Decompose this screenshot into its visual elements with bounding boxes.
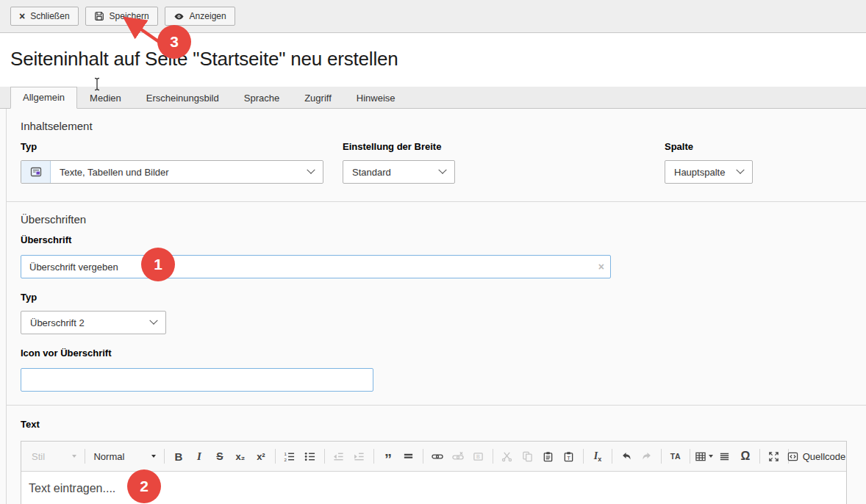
redo-icon (641, 451, 653, 462)
rte-toolbar: Stil Normal B I S x₂ x² 12 (21, 442, 846, 472)
icon-vor-ueberschrift-input[interactable] (21, 368, 373, 392)
redo-button[interactable] (638, 447, 656, 465)
maximize-button[interactable] (765, 447, 783, 465)
section-heading-inhaltselement: Inhaltselement (21, 119, 848, 134)
subscript-button[interactable]: x₂ (232, 447, 249, 465)
source-button[interactable]: Quellcode (794, 447, 839, 465)
horizontal-lines-button[interactable] (716, 447, 734, 465)
toolbar-separator (583, 449, 584, 464)
tab-allgemein[interactable]: Allgemein (10, 87, 77, 109)
bulleted-list-icon (304, 451, 315, 462)
link-icon (432, 451, 443, 462)
toolbar-separator (85, 449, 85, 464)
spalte-label: Spalte (665, 140, 848, 154)
div-container-button[interactable] (400, 447, 418, 465)
table-icon (695, 451, 706, 462)
blockquote-icon: ” (384, 456, 392, 463)
italic-button[interactable]: I (190, 447, 208, 465)
horizontal-lines-icon (719, 451, 730, 462)
toolbar-separator (661, 449, 662, 464)
tab-panel-allgemein: Inhaltselement Typ Texte, Tabellen und B… (0, 109, 866, 504)
annotation-step-2: 2 (127, 469, 161, 503)
remove-format-button[interactable]: Ix (589, 447, 606, 465)
caret-down-icon (151, 455, 156, 458)
tab-bar: Allgemein Medien Erscheinungsbild Sprach… (0, 87, 866, 109)
paste-as-text-icon: T (563, 451, 574, 462)
annotation-step-1: 1 (141, 248, 175, 281)
toolbar-separator (690, 449, 690, 464)
toolbar-separator (164, 449, 165, 464)
rte-content-text: Text eintragen.... (29, 482, 115, 494)
format-select-value: Normal (93, 451, 124, 462)
text-cursor-icon (93, 77, 101, 94)
heading-typ-label: Typ (21, 290, 848, 305)
icon-vor-ueberschrift-label: Icon vor Überschrift (21, 346, 848, 361)
special-character-button[interactable]: Ω (737, 447, 754, 465)
typ-label: Typ (21, 140, 323, 154)
unlink-icon (452, 451, 464, 462)
ueberschrift-label: Überschrift (21, 233, 848, 248)
bold-button[interactable]: B (170, 447, 187, 465)
heading-type-value: Überschrift 2 (30, 317, 85, 328)
bulleted-list-button[interactable] (301, 447, 319, 465)
toolbar-separator (373, 449, 374, 464)
style-select-label: Stil (32, 451, 45, 462)
maximize-icon (768, 451, 779, 462)
format-select[interactable]: Normal (89, 448, 160, 465)
close-button[interactable]: × Schließen (10, 7, 79, 26)
toolbar-separator (493, 449, 493, 464)
tab-sprache[interactable]: Sprache (232, 87, 292, 109)
svg-text:2: 2 (285, 457, 287, 462)
outdent-button[interactable] (330, 447, 348, 465)
toolbar-separator (423, 449, 423, 464)
toolbar-separator (275, 449, 276, 464)
chevron-down-icon (438, 166, 446, 174)
unlink-button[interactable] (449, 447, 467, 465)
tab-erscheinungsbild[interactable]: Erscheinungsbild (134, 87, 232, 109)
table-button[interactable] (695, 447, 713, 465)
blockquote-button[interactable]: ” (379, 447, 397, 465)
style-select[interactable]: Stil (27, 448, 81, 465)
paste-as-text-button[interactable]: T (560, 447, 578, 465)
caret-down-icon (709, 455, 713, 458)
ueberschrift-input[interactable] (21, 255, 611, 278)
strikethrough-icon: S (216, 450, 223, 462)
tab-zugriff[interactable]: Zugriff (292, 87, 344, 109)
svg-text:T: T (568, 454, 571, 461)
abbreviation-button[interactable]: TA (667, 447, 684, 465)
svg-text:B: B (476, 454, 480, 459)
link-button[interactable] (429, 447, 446, 465)
undo-button[interactable] (618, 447, 635, 465)
chevron-down-icon (149, 317, 157, 325)
indent-icon (354, 451, 365, 462)
cut-icon (501, 451, 512, 462)
column-select[interactable]: Hauptspalte (665, 160, 753, 184)
source-code-icon (787, 451, 798, 462)
annotation-step-3: 3 (157, 25, 191, 59)
width-select[interactable]: Standard (343, 160, 455, 184)
anchor-button[interactable]: B (470, 447, 487, 465)
bold-icon: B (174, 450, 182, 463)
section-inhaltselement: Inhaltselement Typ Texte, Tabellen und B… (7, 109, 866, 202)
caret-down-icon (72, 455, 76, 458)
cut-button[interactable] (498, 447, 516, 465)
paste-button[interactable] (540, 447, 557, 465)
content-type-select[interactable]: Texte, Tabellen und Bilder (51, 161, 323, 183)
close-button-label: Schließen (30, 11, 69, 21)
heading-type-select[interactable]: Überschrift 2 (21, 311, 166, 334)
tab-medien[interactable]: Medien (77, 87, 134, 109)
tab-hinweise[interactable]: Hinweise (344, 87, 408, 109)
italic-icon: I (197, 450, 201, 463)
div-container-icon (403, 451, 414, 462)
source-button-label: Quellcode (803, 451, 846, 462)
clear-input-icon[interactable]: × (598, 261, 604, 273)
numbered-list-button[interactable]: 12 (281, 447, 298, 465)
superscript-button[interactable]: x² (252, 447, 270, 465)
copy-button[interactable] (519, 447, 537, 465)
column-value: Hauptspalte (674, 167, 725, 178)
copy-icon (522, 451, 533, 462)
outdent-icon (333, 451, 344, 462)
strikethrough-button[interactable]: S (211, 447, 229, 465)
indent-button[interactable] (351, 447, 368, 465)
chevron-down-icon (307, 166, 315, 174)
